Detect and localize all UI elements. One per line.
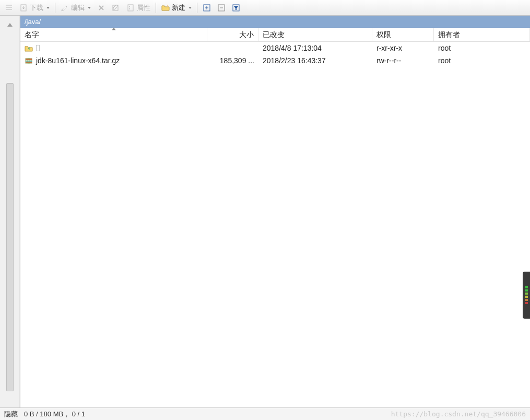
toolbar-separator: [197, 3, 197, 13]
left-gutter: [0, 16, 20, 407]
gutter-scrollbar[interactable]: [6, 83, 14, 391]
download-button[interactable]: 下载: [17, 2, 52, 14]
file-header: 名字 大小 已改变 权限 拥有者: [20, 28, 530, 42]
file-name: jdk-8u161-linux-x64.tar.gz: [36, 56, 120, 65]
svg-rect-11: [37, 45, 40, 51]
delete-icon: [97, 4, 105, 12]
status-hidden-label: 隐藏: [4, 410, 18, 419]
delete-button[interactable]: [95, 2, 108, 14]
edit-button[interactable]: 编辑: [58, 2, 93, 14]
parent-dir-row[interactable]: 2018/4/8 17:13:04 r-xr-xr-x root: [20, 42, 530, 54]
file-owner: root: [438, 56, 451, 65]
svg-point-6: [129, 6, 130, 7]
path-bar[interactable]: /java/: [20, 16, 530, 28]
file-modified: 2018/4/8 17:13:04: [263, 44, 322, 52]
toolbar: 下载 编辑 属性 新建: [0, 0, 530, 16]
rename-button[interactable]: [109, 2, 123, 14]
properties-label: 属性: [137, 3, 150, 13]
file-row[interactable]: jdk-8u161-linux-x64.tar.gz 185,309 ... 2…: [20, 54, 530, 67]
edit-label: 编辑: [71, 3, 85, 13]
minus-box-icon: [217, 4, 226, 12]
toolbar-separator: [55, 3, 55, 13]
svg-rect-15: [26, 62, 32, 63]
archive-icon: [25, 56, 33, 65]
side-gadget[interactable]: [523, 272, 530, 319]
chevron-down-icon: [88, 7, 91, 9]
list-icon: [5, 4, 13, 12]
file-owner: root: [438, 44, 451, 52]
plus-box-icon: [203, 4, 211, 12]
svg-rect-13: [26, 59, 32, 60]
chevron-down-icon: [46, 7, 50, 9]
download-label: 下载: [30, 3, 43, 13]
dotted-box-icon: [36, 44, 40, 52]
arrow-up-icon[interactable]: [7, 23, 13, 27]
sort-asc-icon: [112, 28, 116, 30]
svg-rect-5: [128, 5, 133, 11]
toolbar-separator: [156, 3, 156, 13]
collapse-button[interactable]: [215, 2, 228, 14]
rename-icon: [112, 4, 120, 12]
svg-point-7: [129, 8, 130, 9]
new-button[interactable]: 新建: [159, 2, 194, 14]
download-icon: [19, 4, 28, 12]
file-permissions: rw-r--r--: [376, 56, 401, 65]
file-size: 185,309 ...: [220, 56, 254, 65]
file-panel: /java/ 名字 大小 已改变 权限 拥有者: [20, 16, 530, 407]
column-header-modified[interactable]: 已改变: [258, 28, 372, 41]
file-list: 2018/4/8 17:13:04 r-xr-xr-x root: [20, 42, 530, 407]
new-label: 新建: [172, 3, 185, 13]
path-text: /java/: [25, 18, 41, 26]
folder-up-icon: [25, 44, 33, 52]
statusbar: 隐藏 0 B / 180 MB， 0 / 1: [0, 407, 530, 420]
file-permissions: r-xr-xr-x: [376, 44, 402, 52]
properties-icon: [126, 4, 135, 12]
column-header-name[interactable]: 名字: [20, 28, 207, 41]
column-header-size[interactable]: 大小: [207, 28, 258, 41]
list-style-button[interactable]: [2, 2, 16, 14]
file-modified: 2018/2/23 16:43:37: [263, 56, 326, 65]
filter-button[interactable]: [229, 2, 243, 14]
column-header-owner[interactable]: 拥有者: [434, 28, 530, 41]
folder-new-icon: [161, 4, 170, 12]
properties-button[interactable]: 属性: [124, 2, 153, 14]
chevron-down-icon: [189, 7, 192, 9]
status-summary: 0 B / 180 MB， 0 / 1: [24, 410, 85, 419]
filter-icon: [232, 4, 240, 12]
edit-icon: [61, 4, 69, 12]
expand-button[interactable]: [200, 2, 214, 14]
column-header-permissions[interactable]: 权限: [372, 28, 434, 41]
svg-rect-14: [26, 61, 32, 62]
